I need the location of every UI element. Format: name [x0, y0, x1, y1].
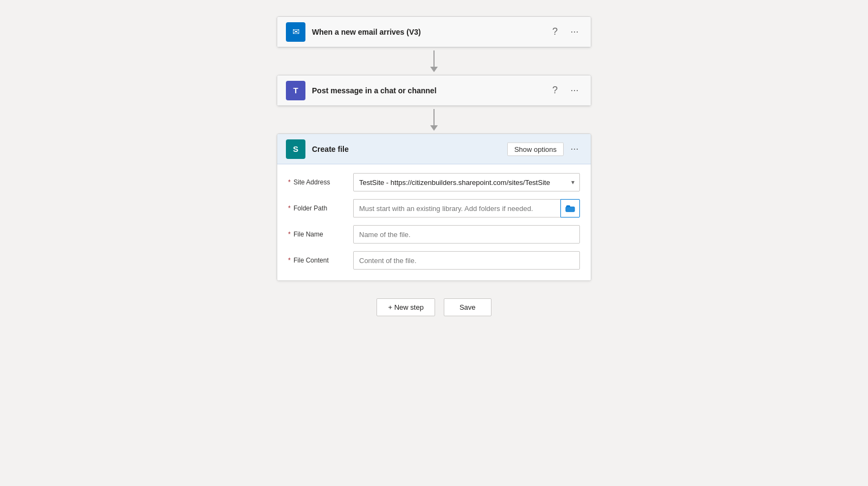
field-row-file-content: * File Content [288, 251, 580, 270]
step-email-card: ✉ When a new email arrives (V3) ? ··· [277, 16, 591, 48]
folder-path-label: * Folder Path [288, 204, 353, 212]
save-button[interactable]: Save [444, 298, 492, 316]
required-star-1: * [288, 178, 291, 186]
arrow-line-1 [433, 50, 435, 67]
field-row-folder-path: * Folder Path [288, 199, 580, 218]
step-createfile-body: * Site Address TestSite - https://citize… [277, 164, 591, 280]
arrow-1 [430, 48, 438, 75]
folder-path-input-wrap [353, 199, 580, 218]
required-star-3: * [288, 231, 291, 238]
site-address-label: * Site Address [288, 178, 353, 186]
file-name-label: * File Name [288, 231, 353, 238]
arrow-head-2 [430, 125, 438, 131]
step-teams-title: Post message in a chat or channel [312, 86, 547, 95]
step-email-actions: ? ··· [547, 24, 582, 40]
help-icon: ? [552, 26, 558, 37]
step-createfile-header: S Create file Show options ? ··· [277, 134, 591, 164]
file-name-input-wrap [353, 225, 580, 244]
step-email-header: ✉ When a new email arrives (V3) ? ··· [277, 17, 591, 47]
more-icon-3: ··· [570, 143, 578, 155]
step-teams-actions: ? ··· [547, 83, 582, 98]
flow-canvas: ✉ When a new email arrives (V3) ? ··· T … [0, 0, 868, 349]
site-address-input-wrap: TestSite - https://citizenbuilders.share… [353, 173, 580, 191]
file-content-input[interactable] [353, 251, 580, 270]
folder-browse-icon [565, 203, 575, 213]
more-icon-2: ··· [570, 85, 578, 96]
step-email-icon: ✉ [286, 22, 305, 42]
step-teams-icon: T [286, 81, 305, 100]
folder-path-input[interactable] [353, 199, 560, 218]
file-name-input[interactable] [353, 225, 580, 244]
file-content-label: * File Content [288, 257, 353, 264]
field-row-site-address: * Site Address TestSite - https://citize… [288, 173, 580, 191]
folder-browse-button[interactable] [560, 199, 580, 218]
file-content-input-wrap [353, 251, 580, 270]
step-teams-card: T Post message in a chat or channel ? ··… [277, 75, 591, 106]
step-email-title: When a new email arrives (V3) [312, 28, 547, 36]
show-options-button[interactable]: Show options [507, 142, 564, 156]
arrow-2 [430, 106, 438, 133]
field-row-file-name: * File Name [288, 225, 580, 244]
step-email-help-button[interactable]: ? [547, 24, 563, 40]
bottom-actions: + New step Save [376, 298, 491, 316]
step-createfile-card: S Create file Show options ? ··· * Site … [277, 133, 591, 281]
more-icon: ··· [570, 26, 578, 37]
step-email-more-button[interactable]: ··· [567, 24, 582, 40]
arrow-line-2 [433, 109, 435, 125]
help-icon-2: ? [552, 85, 558, 96]
step-teams-header: T Post message in a chat or channel ? ··… [277, 75, 591, 106]
arrow-head-1 [430, 67, 438, 72]
new-step-button[interactable]: + New step [376, 298, 435, 316]
site-address-select[interactable]: TestSite - https://citizenbuilders.share… [353, 173, 580, 191]
svg-rect-1 [566, 207, 575, 212]
required-star-2: * [288, 204, 291, 212]
step-teams-help-button[interactable]: ? [547, 83, 563, 98]
required-star-4: * [288, 257, 291, 264]
step-teams-more-button[interactable]: ··· [567, 83, 582, 98]
step-createfile-icon: S [286, 139, 305, 159]
step-createfile-more-button[interactable]: ··· [567, 142, 582, 157]
